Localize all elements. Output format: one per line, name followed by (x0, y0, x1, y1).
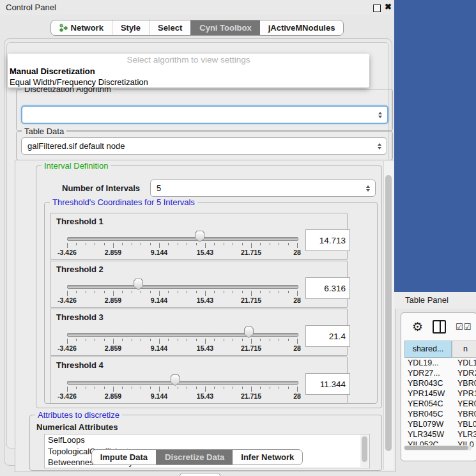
threshold-3-slider[interactable] (67, 333, 298, 337)
tab-cyni-toolbox[interactable]: Cyni Toolbox (190, 20, 259, 35)
gear-icon[interactable]: ⚙ (412, 321, 423, 333)
slider-ticks (67, 387, 297, 392)
threshold-label: Threshold 1 (56, 217, 104, 226)
checkbox-columns-icon[interactable]: ☑☑ (456, 323, 472, 331)
tab-label: Style (121, 23, 141, 33)
tab-label: Discretize Data (165, 452, 224, 462)
float-window-icon[interactable] (373, 4, 381, 12)
num-intervals-label: Number of Intervals (62, 183, 140, 193)
threshold-2-slider[interactable] (67, 285, 298, 289)
table-panel-title: Table Panel (405, 295, 449, 305)
tab-jactivemnodules[interactable]: jActiveMNodules (260, 20, 344, 35)
slider-ticks (67, 291, 297, 296)
table-row[interactable]: YBL079WYBL0 (404, 420, 476, 430)
algorithm-combobox[interactable] (21, 105, 388, 124)
threshold-1-slider[interactable] (67, 237, 298, 241)
table-data-combobox[interactable]: galFiltered.sif default node (21, 137, 387, 155)
slider-scale-labels: -3.4262.8599.14415.4321.71528 (50, 392, 347, 401)
discretize-data-page: Discretization Algorithm Table Data galF… (6, 42, 389, 449)
slider-scale-labels: -3.4262.8599.14415.4321.71528 (50, 344, 347, 353)
table-row[interactable]: YDR27...YDR2 (404, 369, 476, 379)
interval-definition-group: Interval Definition Number of Intervals … (36, 165, 382, 408)
close-icon[interactable]: ✖ (385, 2, 392, 12)
cell: YBR0 (452, 410, 476, 420)
horizontal-scrollbar[interactable] (404, 445, 472, 450)
tab-label: Infer Network (241, 452, 294, 462)
cell: YER0 (452, 399, 476, 410)
tab-label: Network (71, 23, 104, 33)
vertical-scrollbar[interactable] (383, 161, 394, 470)
combo-value: galFiltered.sif default node (27, 141, 125, 151)
dropdown-option-manual[interactable]: Manual Discretization (8, 66, 371, 77)
dropdown-option-equal-width[interactable]: Equal Width/Frequency Discretization (8, 77, 371, 88)
threshold-1-value-field[interactable] (305, 229, 350, 251)
column-header-shared[interactable]: shared... (404, 341, 452, 358)
numerical-attributes-heading: Numerical Attributes (36, 422, 118, 432)
group-label: Attributes to discretize (35, 410, 122, 420)
cell: YBR0 (452, 379, 476, 389)
threshold-3-value-field[interactable] (305, 325, 350, 347)
slider-ticks (67, 339, 297, 344)
cell: YPR145W (404, 389, 452, 399)
tab-label: Cyni Toolbox (199, 23, 251, 33)
table-panel-window: ⚙ ☑☑ shared... n YDL19...YDL1 YDR27...YD… (401, 312, 476, 461)
threshold-label: Threshold 4 (56, 360, 104, 370)
split-view-icon[interactable] (433, 320, 446, 334)
combo-stepper-icon (366, 185, 370, 192)
threshold-3-panel: Threshold 3 -3.4262.8599.14415.4321.7152… (50, 309, 348, 356)
table-row[interactable]: YLR345WYLR3 (404, 430, 476, 440)
cell: YER054C (404, 399, 452, 410)
threshold-4-value-field[interactable] (305, 373, 350, 395)
apply-button[interactable]: Apply (180, 473, 220, 476)
tab-label: jActiveMNodules (268, 23, 335, 33)
tab-style[interactable]: Style (112, 20, 149, 35)
cell: YLR345W (404, 430, 452, 440)
slider-scale-labels: -3.4262.8599.14415.4321.71528 (50, 249, 347, 257)
group-label: Interval Definition (42, 161, 111, 171)
combo-value: 5 (157, 183, 161, 193)
threshold-label: Threshold 3 (56, 312, 104, 322)
slider-ticks (67, 243, 297, 249)
cell: YLR3 (452, 430, 476, 440)
thresholds-group: Threshold's Coordinates for 5 Intervals … (44, 202, 378, 404)
dropdown-prompt: Select algorithm to view settings (8, 55, 369, 65)
num-intervals-combobox[interactable]: 5 (150, 180, 376, 197)
table-row[interactable]: YBR045CYBR0 (404, 410, 476, 420)
tab-label: Select (158, 23, 182, 33)
table-row[interactable]: YDL19...YDL1 (404, 358, 476, 369)
slider-scale-labels: -3.4262.8599.14415.4321.71528 (50, 296, 347, 305)
cell: YDL1 (452, 358, 476, 369)
tab-network[interactable]: Network (51, 20, 112, 35)
table-panel-titlebar: Table Panel (394, 292, 476, 309)
tab-select[interactable]: Select (149, 20, 190, 35)
settings-scrollpane: Interval Definition Number of Intervals … (15, 160, 395, 472)
tab-impute-data[interactable]: Impute Data (92, 450, 156, 464)
threshold-1-panel: Threshold 1 -3.4262.8599.14415.4321.7152… (50, 213, 348, 260)
tab-label: Impute Data (100, 452, 148, 462)
cell: YBR043C (404, 379, 452, 389)
threshold-label: Threshold 2 (56, 265, 104, 274)
control-panel-tabbar: Network Style Select Cyni Toolbox jActiv… (0, 20, 394, 36)
table-header: shared... n (401, 341, 476, 358)
control-panel-titlebar: Control Panel (0, 0, 394, 15)
table-row[interactable]: YBR043CYBR0 (404, 379, 476, 389)
screen: Control Panel ✖ Network Style Select Cyn… (0, 0, 476, 476)
network-icon (59, 24, 68, 32)
threshold-2-value-field[interactable] (305, 277, 350, 299)
group-label: Table Data (22, 127, 66, 136)
column-header-name[interactable]: n (452, 341, 476, 358)
tab-discretize-data[interactable]: Discretize Data (156, 450, 233, 464)
network-view-frame: GAL80 GA C GAL11 GAL4 GCY1 H HAP2 (394, 0, 476, 292)
combo-stepper-icon (378, 112, 382, 118)
cell: YDR2 (452, 369, 476, 379)
cell: YBL079W (404, 420, 452, 430)
group-label: Threshold's Coordinates for 5 Intervals (50, 197, 197, 207)
list-item[interactable]: SelfLoops (45, 434, 369, 446)
algorithm-dropdown-popup: Select algorithm to view settings Manual… (8, 54, 369, 88)
table-rows: YDL19...YDL1 YDR27...YDR2 YBR043CYBR0 YP… (404, 358, 476, 450)
table-row[interactable]: YER054CYER0 (404, 399, 476, 410)
panel-title: Control Panel (0, 3, 56, 12)
table-row[interactable]: YPR145WYPR1 (404, 389, 476, 399)
tab-infer-network[interactable]: Infer Network (233, 450, 302, 464)
threshold-4-slider[interactable] (67, 381, 298, 385)
